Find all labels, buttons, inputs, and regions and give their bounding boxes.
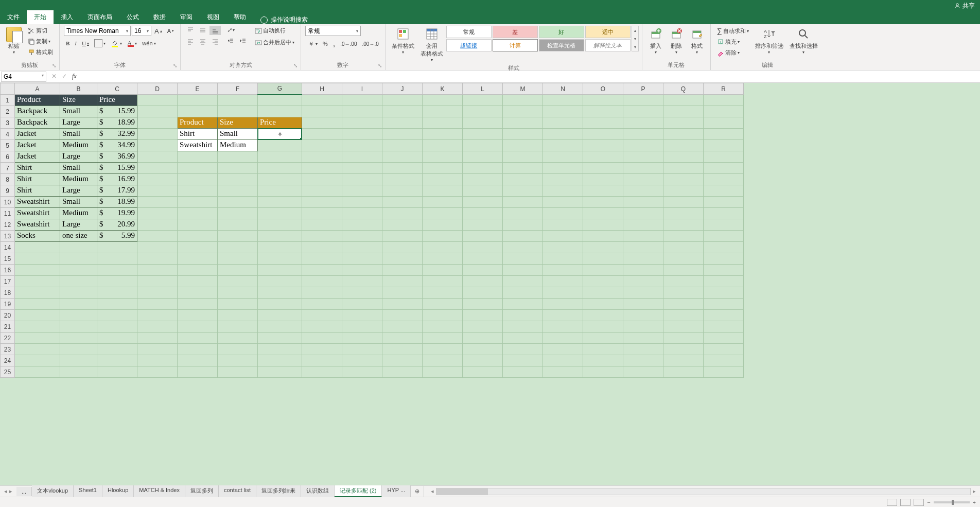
cell-K25[interactable]	[423, 366, 463, 378]
row-header-5[interactable]: 5	[1, 140, 15, 151]
cell-J10[interactable]	[382, 197, 423, 208]
cell-O18[interactable]	[583, 287, 623, 299]
cell-I14[interactable]	[342, 242, 382, 253]
cell-M17[interactable]	[503, 276, 543, 287]
cell-K16[interactable]	[423, 265, 463, 276]
cell-C13[interactable]: $5.99	[97, 231, 137, 242]
cell-P2[interactable]	[623, 106, 663, 117]
cell-J3[interactable]	[382, 117, 423, 129]
cell-M8[interactable]	[503, 174, 543, 185]
cell-P25[interactable]	[623, 366, 663, 378]
cell-P8[interactable]	[623, 174, 663, 185]
view-page-break-button[interactable]	[914, 499, 924, 506]
cell-I2[interactable]	[342, 106, 382, 117]
cell-H3[interactable]	[302, 117, 342, 129]
cell-B2[interactable]: Small	[60, 106, 97, 117]
column-header-N[interactable]: N	[543, 83, 583, 95]
cell-E14[interactable]	[178, 242, 218, 253]
cell-G14[interactable]	[258, 242, 302, 253]
cell-L22[interactable]	[463, 333, 503, 344]
cell-G21[interactable]	[258, 321, 302, 333]
style-check[interactable]: 检查单元格	[539, 39, 584, 51]
decrease-font-button[interactable]: A▾	[165, 27, 176, 35]
cell-E16[interactable]	[178, 265, 218, 276]
cell-R19[interactable]	[704, 299, 744, 310]
cell-E22[interactable]	[178, 333, 218, 344]
cell-I22[interactable]	[342, 333, 382, 344]
cell-M6[interactable]	[503, 151, 543, 163]
cell-F8[interactable]	[218, 174, 258, 185]
paste-button[interactable]: 粘贴 ▾	[3, 26, 25, 56]
cell-P1[interactable]	[623, 95, 663, 106]
cell-L18[interactable]	[463, 287, 503, 299]
cell-K5[interactable]	[423, 140, 463, 151]
cell-G20[interactable]	[258, 310, 302, 321]
cell-H22[interactable]	[302, 333, 342, 344]
cell-B24[interactable]	[60, 355, 97, 366]
cell-F1[interactable]	[218, 95, 258, 106]
cell-B14[interactable]	[60, 242, 97, 253]
cell-B16[interactable]	[60, 265, 97, 276]
cell-M9[interactable]	[503, 185, 543, 197]
cell-N19[interactable]	[543, 299, 583, 310]
cell-L7[interactable]	[463, 163, 503, 174]
cell-O4[interactable]	[583, 129, 623, 140]
sheet-nav-first[interactable]: ◂	[4, 488, 7, 495]
cell-O24[interactable]	[583, 355, 623, 366]
cell-F15[interactable]	[218, 253, 258, 265]
cell-J5[interactable]	[382, 140, 423, 151]
column-header-M[interactable]: M	[503, 83, 543, 95]
cell-R24[interactable]	[704, 355, 744, 366]
cell-M24[interactable]	[503, 355, 543, 366]
cell-H6[interactable]	[302, 151, 342, 163]
cell-N15[interactable]	[543, 253, 583, 265]
style-normal[interactable]: 常规	[446, 26, 492, 38]
cell-A6[interactable]: Jacket	[15, 151, 60, 163]
cell-A2[interactable]: Backpack	[15, 106, 60, 117]
cell-P23[interactable]	[623, 344, 663, 355]
cell-E19[interactable]	[178, 299, 218, 310]
sheet-tab[interactable]: 记录多匹配 (2)	[335, 485, 382, 497]
conditional-format-button[interactable]: 条件格式▾	[389, 26, 417, 56]
cell-Q10[interactable]	[663, 197, 704, 208]
cell-F23[interactable]	[218, 344, 258, 355]
cell-R3[interactable]	[704, 117, 744, 129]
cell-K4[interactable]	[423, 129, 463, 140]
style-bad[interactable]: 差	[493, 26, 538, 38]
cell-H12[interactable]	[302, 219, 342, 231]
increase-indent-button[interactable]	[237, 37, 249, 46]
cell-Q20[interactable]	[663, 310, 704, 321]
cell-I8[interactable]	[342, 174, 382, 185]
cell-O25[interactable]	[583, 366, 623, 378]
cell-L19[interactable]	[463, 299, 503, 310]
cell-R14[interactable]	[704, 242, 744, 253]
cell-R9[interactable]	[704, 185, 744, 197]
row-header-7[interactable]: 7	[1, 163, 15, 174]
cell-H24[interactable]	[302, 355, 342, 366]
cell-G15[interactable]	[258, 253, 302, 265]
cell-R20[interactable]	[704, 310, 744, 321]
cell-D2[interactable]	[137, 106, 178, 117]
row-header-24[interactable]: 24	[1, 355, 15, 366]
cell-D15[interactable]	[137, 253, 178, 265]
row-header-21[interactable]: 21	[1, 321, 15, 333]
cell-Q12[interactable]	[663, 219, 704, 231]
orientation-button[interactable]: ⤢▾	[225, 26, 249, 34]
phonetic-button[interactable]: wén▾	[140, 39, 157, 47]
cell-C4[interactable]: $32.99	[97, 129, 137, 140]
increase-font-button[interactable]: A▴	[152, 26, 164, 36]
cell-H23[interactable]	[302, 344, 342, 355]
cell-P7[interactable]	[623, 163, 663, 174]
font-size-select[interactable]: 16▾	[132, 26, 151, 36]
cell-K9[interactable]	[423, 185, 463, 197]
cell-E18[interactable]	[178, 287, 218, 299]
cell-C1[interactable]: Price	[97, 95, 137, 106]
cell-J4[interactable]	[382, 129, 423, 140]
cell-K11[interactable]	[423, 208, 463, 219]
cell-Q6[interactable]	[663, 151, 704, 163]
cell-B21[interactable]	[60, 321, 97, 333]
cell-H7[interactable]	[302, 163, 342, 174]
cell-A15[interactable]	[15, 253, 60, 265]
cell-D24[interactable]	[137, 355, 178, 366]
sheet-tab[interactable]: HYP ...	[382, 485, 411, 497]
